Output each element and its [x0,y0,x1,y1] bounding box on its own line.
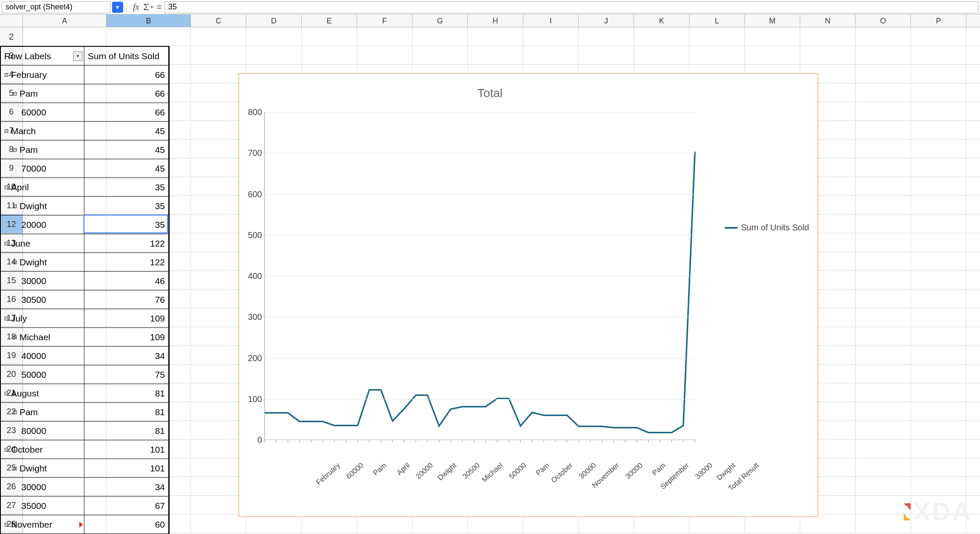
column-header-Q[interactable]: Q [966,14,980,27]
pivot-row-label[interactable]: 20000 [1,215,84,234]
pivot-row-value[interactable]: 45 [84,122,169,141]
collapse-icon[interactable]: ⊟ [4,239,9,247]
pivot-row-value[interactable]: 81 [84,403,169,422]
collapse-icon[interactable]: ⊟ [4,389,9,397]
collapse-icon[interactable]: ⊟ [4,314,9,322]
collapse-icon[interactable]: ⊟ [13,408,17,416]
column-header-M[interactable]: M [745,14,800,27]
pivot-row-label[interactable]: 70000 [1,159,84,178]
pivot-label-text: Dwight [20,463,47,474]
pivot-row-label[interactable]: ⊟Pam [1,141,84,159]
pivot-row-value[interactable]: 101 [84,459,169,478]
pivot-row-label[interactable]: 30000 [1,478,84,497]
column-header-K[interactable]: K [634,14,689,27]
pivot-row-label[interactable]: ⊟Michael [1,328,84,347]
pivot-row-value[interactable]: 109 [84,328,169,347]
pivot-row-label[interactable]: ⊟Pam [1,403,84,422]
column-header-B[interactable]: B [107,14,191,27]
collapse-icon[interactable]: ⊟ [13,202,17,210]
column-header-D[interactable]: D [246,14,302,27]
pivot-row-label[interactable]: ⊟June [1,234,84,253]
chart-svg [265,108,695,457]
pivot-row-label[interactable]: ⊟February [1,66,84,84]
collapse-icon[interactable]: ⊟ [4,520,9,528]
pivot-row-value[interactable]: 75 [84,365,169,384]
collapse-icon[interactable]: ⊟ [4,127,9,135]
column-header-I[interactable]: I [523,14,579,27]
chart-title: Total [239,86,741,100]
pivot-row-value[interactable]: 81 [84,422,169,440]
pivot-row-value[interactable]: 35 [84,178,169,197]
sigma-icon[interactable]: Σ [143,2,149,13]
formula-bar: solver_opt (Sheet4) ▾ fx Σ ▾ = [0,0,980,14]
fx-icon[interactable]: fx [133,2,139,12]
collapse-icon[interactable]: ⊟ [4,445,9,454]
name-box-dropdown[interactable]: ▾ [112,2,123,13]
pivot-row-label[interactable]: ⊟August [1,384,84,403]
collapse-icon[interactable]: ⊟ [4,183,9,191]
pivot-row-label[interactable]: ⊟Dwight [1,253,84,272]
pivot-row-value[interactable]: 46 [84,272,169,290]
pivot-row-value[interactable]: 66 [84,84,169,103]
pivot-row-label[interactable]: ⊟July [1,309,84,328]
pivot-row-value[interactable]: 122 [84,234,169,253]
pivot-row-value[interactable]: 35 [84,197,169,215]
spreadsheet-grid: ABCDEFGHIJKLMNOPQ 2345678910111213141516… [0,14,980,534]
chart[interactable]: Total 0100200300400500600700800February6… [239,73,818,517]
pivot-row-label[interactable]: ⊟October [1,440,84,459]
column-header-C[interactable]: C [191,14,246,27]
sigma-dropdown-icon[interactable]: ▾ [151,5,153,9]
pivot-row-value[interactable]: 109 [84,309,169,328]
column-header-O[interactable]: O [856,14,911,27]
column-header-N[interactable]: N [800,14,856,27]
pivot-row-value[interactable]: 66 [84,66,169,84]
column-header-J[interactable]: J [579,14,634,27]
column-header-L[interactable]: L [689,14,745,27]
column-header-G[interactable]: G [412,14,468,27]
pivot-row-label[interactable]: 50000 [1,365,84,384]
pivot-row-value[interactable]: 34 [84,478,169,497]
pivot-row-value[interactable]: 35 [84,215,169,234]
collapse-icon[interactable]: ⊟ [13,464,17,472]
collapse-icon[interactable]: ⊟ [13,146,17,154]
pivot-row-label[interactable]: 40000 [1,347,84,365]
pivot-row-label[interactable]: ⊟Dwight [1,197,84,215]
pivot-filter-button[interactable]: ▾ [73,52,83,61]
pivot-row-value[interactable]: 45 [84,159,169,178]
pivot-row-value[interactable]: 66 [84,103,169,122]
column-header-F[interactable]: F [357,14,412,27]
pivot-row-value[interactable]: 81 [84,384,169,403]
pivot-row-label[interactable]: 60000 [1,103,84,122]
collapse-icon[interactable]: ⊟ [13,258,17,266]
pivot-row-value[interactable]: 101 [84,440,169,459]
collapse-icon[interactable]: ⊟ [13,89,17,98]
column-header-E[interactable]: E [302,14,357,27]
column-header-P[interactable]: P [911,14,966,27]
pivot-row-value[interactable]: 34 [84,347,169,365]
collapse-icon[interactable]: ⊟ [4,71,9,79]
pivot-row-label[interactable]: ⊟November [1,515,84,534]
equals-icon[interactable]: = [156,2,162,13]
pivot-row-value[interactable]: 60 [84,515,169,534]
pivot-row-label[interactable]: ⊟Dwight [1,459,84,478]
pivot-row-value[interactable]: 45 [84,141,169,159]
pivot-row-label[interactable]: 80000 [1,422,84,440]
pivot-row-label[interactable]: ⊟Pam [1,84,84,103]
pivot-row-label[interactable]: 30000 [1,272,84,290]
column-header-A[interactable]: A [23,14,107,27]
pivot-row-label[interactable]: 30500 [1,290,84,309]
pivot-row-label[interactable]: 35000 [1,497,84,515]
row-header-2[interactable]: 2 [0,27,23,46]
pivot-row-value[interactable]: 67 [84,497,169,515]
column-header-H[interactable]: H [468,14,523,27]
name-box[interactable]: solver_opt (Sheet4) [2,1,110,13]
select-all-corner[interactable] [0,14,23,27]
pivot-label-text: 40000 [21,351,46,361]
collapse-icon[interactable]: ⊟ [13,333,17,341]
formula-input[interactable] [164,1,978,13]
pivot-row-value[interactable]: 122 [84,253,169,272]
pivot-row-label[interactable]: ⊟April [1,178,84,197]
pivot-row-value[interactable]: 76 [84,290,169,309]
pivot-table[interactable]: Row Labels▾Sum of Units Sold⊟February66⊟… [0,46,170,534]
pivot-row-label[interactable]: ⊟March [1,122,84,141]
